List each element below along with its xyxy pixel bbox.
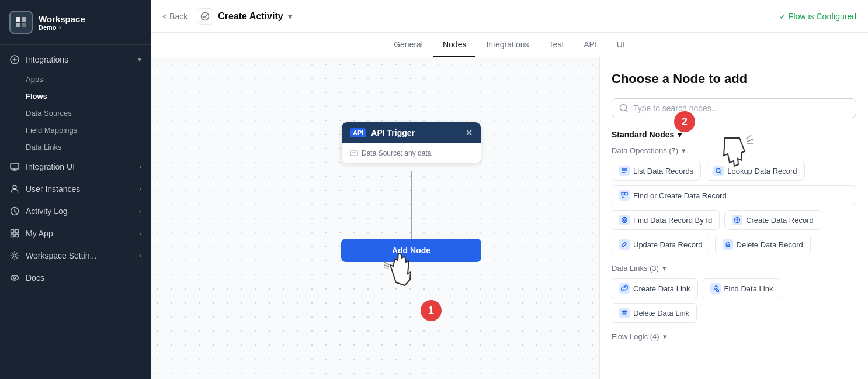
- standard-nodes-label: Standard Nodes: [612, 130, 674, 139]
- back-button[interactable]: < Back: [162, 12, 188, 21]
- sidebar-item-integrations[interactable]: Integrations ▾: [0, 49, 151, 71]
- tab-test[interactable]: Test: [540, 33, 574, 57]
- sidebar-item-data-sources[interactable]: Data Sources: [0, 105, 151, 122]
- svg-line-22: [747, 139, 753, 142]
- sidebar: Workspace Demo › Integrations ▾ Apps Flo…: [0, 0, 151, 379]
- chevron-down-icon4: ▾: [663, 332, 667, 341]
- sidebar-item-data-links[interactable]: Data Links: [0, 139, 151, 156]
- sidebar-item-integration-ui[interactable]: Integration UI ›: [0, 156, 151, 178]
- search-icon: [619, 104, 629, 113]
- sidebar-item-user-instances[interactable]: User Instances ›: [0, 178, 151, 200]
- clock-icon: [9, 206, 20, 216]
- sidebar-item-field-mappings[interactable]: Field Mappings: [0, 122, 151, 139]
- docs-label: Docs: [26, 273, 44, 282]
- node-body-icon: [350, 149, 358, 157]
- flow-logic-header[interactable]: Flow Logic (4) ▾: [612, 332, 856, 341]
- svg-point-12: [13, 254, 16, 257]
- cursor-annotation-2: [713, 126, 760, 175]
- svg-rect-9: [15, 230, 19, 233]
- delete-data-link-button[interactable]: Delete Data Link: [612, 303, 697, 323]
- sidebar-logo[interactable]: Workspace Demo ›: [0, 0, 151, 45]
- sidebar-item-flows[interactable]: Flows: [0, 88, 151, 105]
- svg-rect-25: [622, 192, 624, 195]
- flow-canvas: API API Trigger ✕ Data Source: any data …: [151, 57, 599, 379]
- update-data-record-button[interactable]: Update Data Record: [612, 235, 710, 254]
- monitor-icon: [9, 161, 20, 172]
- settings-icon: [9, 250, 20, 261]
- chevron-right-icon5: ›: [139, 251, 141, 260]
- api-badge: API: [350, 128, 366, 137]
- activity-log-label: Activity Log: [26, 206, 68, 216]
- search-link-icon: [710, 283, 721, 294]
- delete-data-record-button[interactable]: Delete Data Record: [715, 235, 811, 254]
- find-by-id-button[interactable]: Find Data Record By Id: [612, 210, 720, 230]
- sidebar-integrations-section: Integrations ▾ Apps Flows Data Sources F…: [0, 45, 151, 292]
- tab-api[interactable]: API: [574, 33, 606, 57]
- sidebar-item-workspace-settings[interactable]: Workspace Settin... ›: [0, 244, 151, 267]
- user-instances-label: User Instances: [26, 184, 80, 194]
- list-icon: [619, 166, 630, 176]
- tabs-bar: General Nodes Integrations Test API UI: [151, 33, 868, 57]
- tab-general[interactable]: General: [384, 33, 432, 57]
- edit-icon: [619, 239, 630, 250]
- panel-title: Choose a Node to add: [612, 71, 856, 87]
- sidebar-item-activity-log[interactable]: Activity Log ›: [0, 200, 151, 222]
- data-links-label: Data Links (3): [612, 264, 659, 273]
- step-badge-2: 2: [674, 111, 695, 132]
- node-header: API API Trigger ✕: [342, 122, 481, 143]
- api-trigger-node[interactable]: API API Trigger ✕ Data Source: any data: [341, 122, 481, 164]
- find-create-icon: [619, 190, 630, 201]
- svg-point-14: [13, 277, 16, 279]
- svg-rect-11: [15, 234, 19, 237]
- chevron-right-icon4: ›: [139, 229, 141, 237]
- tab-nodes[interactable]: Nodes: [433, 33, 475, 57]
- plus-circle-icon: [732, 215, 742, 225]
- node-close-button[interactable]: ✕: [466, 128, 473, 137]
- svg-rect-2: [16, 23, 20, 27]
- trash-icon: [723, 239, 733, 250]
- sidebar-item-my-app[interactable]: My App ›: [0, 222, 151, 244]
- circle-plus-icon: [9, 54, 20, 65]
- sidebar-item-docs[interactable]: Docs: [0, 267, 151, 289]
- chevron-right-icon3: ›: [139, 207, 141, 215]
- node-body: Data Source: any data: [342, 143, 481, 163]
- chevron-down-icon3: ▾: [662, 264, 666, 273]
- workspace-subtitle: Demo ›: [39, 24, 85, 31]
- node-title: API Trigger: [371, 128, 415, 137]
- svg-line-19: [384, 268, 389, 268]
- data-links-header[interactable]: Data Links (3) ▾: [612, 264, 856, 273]
- create-data-link-button[interactable]: Create Data Link: [612, 278, 698, 298]
- workspace-icon: [9, 11, 33, 34]
- find-data-link-button[interactable]: Find Data Link: [703, 278, 781, 298]
- tab-integrations[interactable]: Integrations: [477, 33, 538, 57]
- eye-icon: [9, 273, 20, 283]
- workspace-settings-label: Workspace Settin...: [26, 251, 96, 260]
- activity-icon: [197, 8, 213, 25]
- chevron-right-icon: ›: [139, 163, 141, 171]
- svg-point-28: [623, 219, 626, 221]
- trash-link-icon: [619, 308, 630, 318]
- data-links-buttons: Create Data Link Find Data Link Delete D…: [612, 278, 856, 323]
- dropdown-chevron-icon[interactable]: ▾: [288, 12, 292, 21]
- svg-rect-16: [350, 151, 357, 156]
- grid-icon: [9, 228, 20, 239]
- my-app-label: My App: [26, 229, 53, 238]
- step-badge-1: 1: [421, 300, 442, 321]
- find-or-create-button[interactable]: Find or Create Data Record: [612, 185, 856, 205]
- connector-line: [411, 171, 412, 247]
- svg-rect-26: [625, 192, 628, 195]
- cursor-annotation-1: [379, 247, 425, 297]
- tab-ui[interactable]: UI: [607, 33, 634, 57]
- svg-line-18: [384, 265, 389, 267]
- workspace-title: Workspace: [39, 14, 85, 24]
- chevron-down-icon: ▾: [138, 56, 141, 64]
- sidebar-item-apps[interactable]: Apps: [0, 71, 151, 88]
- node-search-input[interactable]: [633, 104, 849, 113]
- integrations-label: Integrations: [26, 55, 68, 64]
- activity-title: Create Activity ▾: [197, 8, 291, 25]
- svg-rect-8: [11, 230, 15, 233]
- svg-rect-0: [16, 17, 20, 22]
- create-data-record-button[interactable]: Create Data Record: [724, 210, 821, 230]
- list-data-records-button[interactable]: List Data Records: [612, 161, 701, 181]
- svg-rect-1: [22, 17, 26, 22]
